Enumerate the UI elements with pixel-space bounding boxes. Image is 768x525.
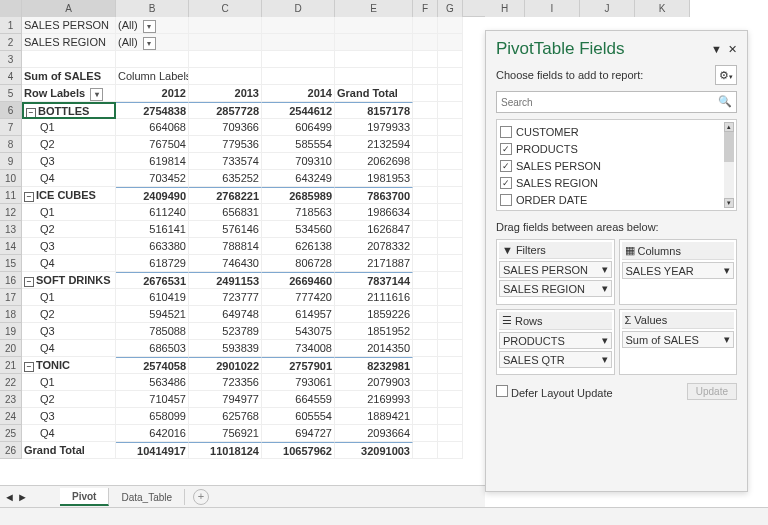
cell[interactable]: 710457 (116, 391, 189, 408)
row-header[interactable]: 18 (0, 306, 22, 323)
quarter-label[interactable]: Q2 (22, 306, 116, 323)
col-D[interactable]: D (262, 0, 335, 17)
row-header[interactable]: 11 (0, 187, 22, 204)
dropdown-icon[interactable]: ▾ (90, 88, 103, 101)
cell[interactable]: 2093664 (335, 425, 413, 442)
row-header[interactable]: 13 (0, 221, 22, 238)
row-header[interactable]: 14 (0, 238, 22, 255)
rows-area[interactable]: ☰Rows PRODUCTS▾SALES QTR▾ (496, 309, 615, 375)
row-header[interactable]: 9 (0, 153, 22, 170)
cell[interactable]: 8157178 (335, 102, 413, 119)
cell[interactable]: 2757901 (262, 357, 335, 374)
quarter-label[interactable]: Q3 (22, 153, 116, 170)
row-header[interactable]: 15 (0, 255, 22, 272)
col-J[interactable]: J (580, 0, 635, 17)
cell[interactable]: 2544612 (262, 102, 335, 119)
cell[interactable]: 2409490 (116, 187, 189, 204)
cell[interactable]: 2014350 (335, 340, 413, 357)
quarter-label[interactable]: Q1 (22, 374, 116, 391)
chevron-down-icon[interactable]: ▾ (602, 334, 608, 347)
cell[interactable]: 1986634 (335, 204, 413, 221)
area-pill[interactable]: SALES PERSON▾ (499, 261, 612, 278)
cell[interactable]: 7837144 (335, 272, 413, 289)
cell[interactable]: 1889421 (335, 408, 413, 425)
collapse-icon[interactable]: − (26, 108, 36, 118)
cell[interactable]: 2901022 (189, 357, 262, 374)
col-K[interactable]: K (635, 0, 690, 17)
row-header[interactable]: 4 (0, 68, 22, 85)
cell[interactable]: 779536 (189, 136, 262, 153)
cell[interactable]: 626138 (262, 238, 335, 255)
checkbox[interactable] (500, 126, 512, 138)
cell[interactable]: 703452 (116, 170, 189, 187)
checkbox[interactable]: ✓ (500, 143, 512, 155)
cell[interactable]: 606499 (262, 119, 335, 136)
cell[interactable]: 576146 (189, 221, 262, 238)
filters-area[interactable]: ▼Filters SALES PERSON▾SALES REGION▾ (496, 239, 615, 305)
row-header[interactable]: 17 (0, 289, 22, 306)
field-item[interactable]: ✓SALES REGION (500, 174, 733, 191)
tab-nav[interactable]: ◄► (0, 491, 60, 503)
col-B[interactable]: B (116, 0, 189, 17)
columns-area[interactable]: ▦Columns SALES YEAR▾ (619, 239, 738, 305)
quarter-label[interactable]: Q2 (22, 391, 116, 408)
row-labels[interactable]: Row Labels ▾ (22, 85, 116, 102)
cell[interactable]: 723777 (189, 289, 262, 306)
cell[interactable]: 2754838 (116, 102, 189, 119)
checkbox[interactable] (500, 194, 512, 206)
cell[interactable]: 523789 (189, 323, 262, 340)
col-F[interactable]: F (413, 0, 438, 17)
col-H[interactable]: H (485, 0, 525, 17)
col-A[interactable]: A (22, 0, 116, 17)
area-pill[interactable]: PRODUCTS▾ (499, 332, 612, 349)
cell[interactable]: 767504 (116, 136, 189, 153)
cell[interactable]: 1626847 (335, 221, 413, 238)
cell[interactable]: 10414917 (116, 442, 189, 459)
cell[interactable]: 516141 (116, 221, 189, 238)
cell[interactable]: 656831 (189, 204, 262, 221)
group-header[interactable]: −SOFT DRINKS (22, 272, 116, 289)
cell[interactable]: 794977 (189, 391, 262, 408)
cell[interactable]: 642016 (116, 425, 189, 442)
cell[interactable]: 605554 (262, 408, 335, 425)
cell[interactable]: 625768 (189, 408, 262, 425)
chevron-down-icon[interactable]: ▾ (724, 264, 730, 277)
cell[interactable]: 806728 (262, 255, 335, 272)
cell[interactable]: 585554 (262, 136, 335, 153)
cell[interactable]: 2132594 (335, 136, 413, 153)
row-header[interactable]: 22 (0, 374, 22, 391)
row-header[interactable]: 6 (0, 102, 22, 119)
values-area[interactable]: ΣValues Sum of SALES▾ (619, 309, 738, 375)
scroll-down-icon[interactable]: ▾ (724, 198, 734, 208)
cell[interactable]: 793061 (262, 374, 335, 391)
row-header[interactable]: 12 (0, 204, 22, 221)
cell[interactable]: 663380 (116, 238, 189, 255)
collapse-icon[interactable]: − (24, 192, 34, 202)
chevron-down-icon[interactable]: ▾ (602, 263, 608, 276)
cell[interactable]: 2768221 (189, 187, 262, 204)
cell[interactable]: 649748 (189, 306, 262, 323)
group-header[interactable]: −ICE CUBES (22, 187, 116, 204)
cell[interactable]: 593839 (189, 340, 262, 357)
cell[interactable]: 1981953 (335, 170, 413, 187)
cell[interactable]: 664559 (262, 391, 335, 408)
column-labels[interactable]: Column Labels ▾ (116, 68, 189, 85)
cell[interactable]: 686503 (116, 340, 189, 357)
col-C[interactable]: C (189, 0, 262, 17)
cell[interactable]: 2574058 (116, 357, 189, 374)
quarter-label[interactable]: Q3 (22, 238, 116, 255)
filter-value[interactable]: (All) ▾ (116, 34, 189, 51)
col-I[interactable]: I (525, 0, 580, 17)
row-header[interactable]: 19 (0, 323, 22, 340)
cell[interactable]: 619814 (116, 153, 189, 170)
collapse-icon[interactable]: − (24, 277, 34, 287)
row-header[interactable]: 3 (0, 51, 22, 68)
cell[interactable]: 611240 (116, 204, 189, 221)
cell[interactable]: 543075 (262, 323, 335, 340)
cell[interactable]: 1979933 (335, 119, 413, 136)
group-header[interactable]: −TONIC (22, 357, 116, 374)
cell[interactable]: 610419 (116, 289, 189, 306)
filter-value[interactable]: (All) ▾ (116, 17, 189, 34)
cell[interactable]: 756921 (189, 425, 262, 442)
tab-data-table[interactable]: Data_Table (109, 489, 185, 505)
